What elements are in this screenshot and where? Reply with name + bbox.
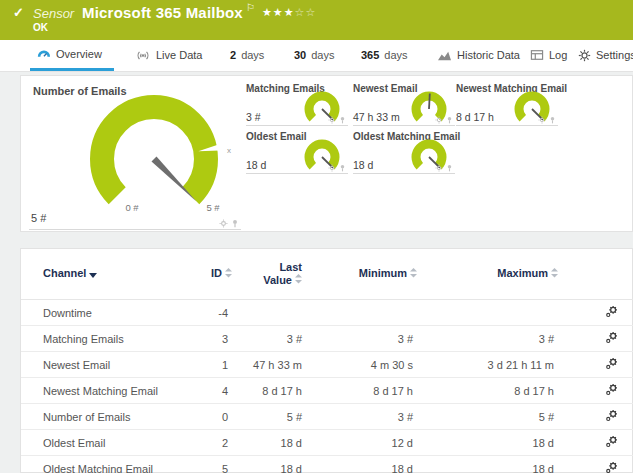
column-header-last-value[interactable]: Last Value xyxy=(248,249,318,300)
tab-30-days[interactable]: 30 days xyxy=(294,40,335,70)
tile-newest-matching-email[interactable]: Newest Matching Email 8 d 17 h xyxy=(456,83,558,126)
table-row-oldest-email[interactable]: Oldest Email 2 18 d 12 d 18 d xyxy=(21,430,633,456)
table-row-newest-matching-email[interactable]: Newest Matching Email 4 8 d 17 h 8 d 17 … xyxy=(21,378,633,404)
column-label: Maximum xyxy=(497,267,548,279)
table-row-oldest-matching-email[interactable]: Oldest Matching Email 5 18 d 18 d 18 d xyxy=(21,456,633,473)
cell-last-value: 8 d 17 h xyxy=(248,378,318,404)
cell-channel[interactable]: Downtime xyxy=(21,300,193,326)
sort-both-icon xyxy=(225,268,232,281)
channel-settings-gear-icon[interactable] xyxy=(605,305,618,318)
cell-maximum: 18 d xyxy=(463,456,603,473)
cell-channel[interactable]: Oldest Email xyxy=(21,430,193,456)
cell-minimum: 18 d xyxy=(318,456,463,473)
channel-table: Channel ID Last Value Minimum Maximum xyxy=(21,249,633,473)
gauge-current-value: 5 # xyxy=(31,212,46,224)
tab-label-number: 2 xyxy=(230,49,236,61)
cell-minimum: 3 # xyxy=(318,326,463,352)
table-row-downtime[interactable]: Downtime -4 xyxy=(21,300,633,326)
tab-label: Live Data xyxy=(156,49,202,61)
channel-settings-gear-icon[interactable] xyxy=(605,383,618,396)
gauge-icon xyxy=(36,47,51,61)
cell-channel[interactable]: Newest Email xyxy=(21,352,193,378)
object-kind-label: Sensor xyxy=(33,6,74,21)
channel-settings-gear-icon[interactable] xyxy=(605,435,618,448)
cell-minimum: 12 d xyxy=(318,430,463,456)
column-header-minimum[interactable]: Minimum xyxy=(318,249,463,300)
tab-label-number: 30 xyxy=(294,49,306,61)
pin-icon[interactable] xyxy=(231,219,239,228)
cell-maximum: 5 # xyxy=(463,404,603,430)
column-header-channel[interactable]: Channel xyxy=(21,249,193,300)
pin-icon[interactable] xyxy=(549,116,556,124)
cell-channel[interactable]: Matching Emails xyxy=(21,326,193,352)
sort-both-icon xyxy=(410,268,417,281)
cell-last-value: 3 # xyxy=(248,326,318,352)
cell-last-value: 18 d xyxy=(248,430,318,456)
tab-log[interactable]: Log xyxy=(530,40,567,70)
gauge-current-value: 18 d xyxy=(246,159,266,171)
table-header-row: Channel ID Last Value Minimum Maximum xyxy=(21,249,633,300)
tile-newest-email[interactable]: Newest Email 47 h 33 m xyxy=(353,83,455,126)
gauge-current-value: 18 d xyxy=(353,159,373,171)
overview-panel: Number of Emails x 0 # 5 # 5 # Matching … xyxy=(20,75,633,232)
tile-number-of-emails[interactable]: Number of Emails x 0 # 5 # 5 # xyxy=(29,82,241,230)
column-header-id[interactable]: ID xyxy=(193,249,248,300)
column-label: Minimum xyxy=(359,267,407,279)
tab-bar: Overview Live Data 2 days 30 days 365 da… xyxy=(0,40,633,72)
stars-filled: ★★★ xyxy=(262,6,295,18)
tab-settings[interactable]: Settings xyxy=(578,40,633,70)
table-row-number-of-emails[interactable]: Number of Emails 0 5 # 3 # 5 # xyxy=(21,404,633,430)
column-header-actions xyxy=(603,249,633,300)
gear-icon[interactable] xyxy=(328,116,336,124)
channel-settings-gear-icon[interactable] xyxy=(605,409,618,422)
live-signal-icon xyxy=(135,49,151,62)
tab-overview[interactable]: Overview xyxy=(30,40,114,71)
cell-minimum: 4 m 30 s xyxy=(318,352,463,378)
tab-label: Settings xyxy=(596,49,633,61)
tab-365-days[interactable]: 365 days xyxy=(361,40,408,70)
cell-maximum: 18 d xyxy=(463,430,603,456)
gear-icon[interactable] xyxy=(435,164,443,172)
pin-icon[interactable] xyxy=(339,116,346,124)
gauge-current-value: 3 # xyxy=(246,111,261,123)
gear-icon[interactable] xyxy=(538,116,546,124)
tile-oldest-email[interactable]: Oldest Email 18 d xyxy=(246,131,348,174)
column-header-maximum[interactable]: Maximum xyxy=(463,249,603,300)
area-chart-icon xyxy=(437,49,452,62)
cell-channel[interactable]: Number of Emails xyxy=(21,404,193,430)
channel-settings-gear-icon[interactable] xyxy=(605,357,618,370)
gear-icon[interactable] xyxy=(219,219,228,228)
gear-icon[interactable] xyxy=(328,164,336,172)
cell-channel[interactable]: Oldest Matching Email xyxy=(21,456,193,473)
gear-icon[interactable] xyxy=(435,116,443,124)
tab-live-data[interactable]: Live Data xyxy=(135,40,202,70)
tab-2-days[interactable]: 2 days xyxy=(230,40,264,70)
cell-maximum: 3 d 21 h 11 m xyxy=(463,352,603,378)
table-row-newest-email[interactable]: Newest Email 1 47 h 33 m 4 m 30 s 3 d 21… xyxy=(21,352,633,378)
tab-label-number: 365 xyxy=(361,49,379,61)
tab-label: Overview xyxy=(56,48,102,60)
channel-settings-gear-icon[interactable] xyxy=(605,331,618,344)
pin-icon[interactable] xyxy=(339,164,346,172)
cell-channel[interactable]: Newest Matching Email xyxy=(21,378,193,404)
priority-stars[interactable]: ★★★☆☆ xyxy=(262,6,316,19)
tile-matching-emails[interactable]: Matching Emails 3 # xyxy=(246,83,348,126)
flag-icon[interactable]: ⚐ xyxy=(246,2,255,13)
sort-both-icon xyxy=(551,268,558,281)
gauge-max-marker: x xyxy=(227,146,231,155)
cell-id: 0 xyxy=(193,404,248,430)
tile-icon-group xyxy=(328,164,346,172)
tile-oldest-matching-email[interactable]: Oldest Matching Email 18 d xyxy=(353,131,455,174)
tab-historic-data[interactable]: Historic Data xyxy=(437,40,520,70)
gauge-current-value: 8 d 17 h xyxy=(456,111,494,123)
table-row-matching-emails[interactable]: Matching Emails 3 3 # 3 # 3 # xyxy=(21,326,633,352)
sensor-title: Microsoft 365 Mailbox xyxy=(82,4,243,21)
channels-panel: Channel ID Last Value Minimum Maximum xyxy=(20,248,633,473)
pin-icon[interactable] xyxy=(446,116,453,124)
column-label: ID xyxy=(211,267,222,279)
cell-id: 2 xyxy=(193,430,248,456)
cell-maximum: 3 # xyxy=(463,326,603,352)
pin-icon[interactable] xyxy=(446,164,453,172)
channel-settings-gear-icon[interactable] xyxy=(605,461,618,473)
tab-label-unit: days xyxy=(384,49,407,61)
